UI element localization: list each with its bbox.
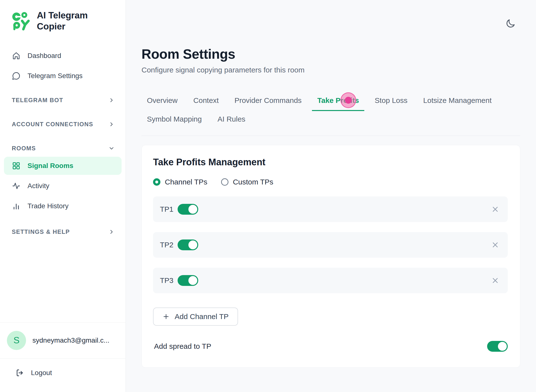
sidebar-item-label: Trade History [28, 202, 69, 210]
user-email: sydneymach3@gmail.c... [32, 336, 109, 344]
sidebar: AI Telegram Copier Dashboard Telegram Se… [0, 0, 126, 392]
grid-icon [12, 161, 21, 170]
toggle-knob [188, 205, 197, 214]
avatar: S [7, 331, 26, 350]
sidebar-section-telegram-bot[interactable]: TELEGRAM BOT [0, 93, 126, 108]
chevron-right-icon [108, 121, 115, 127]
copy-logo-icon [11, 11, 31, 31]
tp-row-2: TP2 [153, 232, 508, 258]
sidebar-section-settings-help[interactable]: SETTINGS & HELP [0, 224, 126, 239]
toggle-knob [188, 276, 197, 285]
tab-symbol-mapping[interactable]: Symbol Mapping [141, 111, 207, 130]
radio-unselected-icon [221, 178, 228, 186]
logout-icon [15, 368, 24, 377]
tp-row-3: TP3 [153, 268, 508, 293]
sidebar-item-dashboard[interactable]: Dashboard [0, 48, 126, 63]
chevron-right-icon [108, 229, 115, 235]
tab-ai-rules[interactable]: AI Rules [212, 111, 251, 130]
section-label: ACCOUNT CONNECTIONS [12, 121, 93, 128]
sidebar-item-label: Telegram Settings [28, 72, 83, 80]
tp-label: TP2 [160, 241, 178, 249]
add-channel-tp-button[interactable]: Add Channel TP [153, 308, 238, 326]
tab-take-profits[interactable]: Take Profits [312, 92, 365, 111]
app-logo: AI Telegram Copier [0, 0, 126, 32]
sidebar-nav: Dashboard Telegram Settings TELEGRAM BOT… [0, 48, 126, 239]
section-label: SETTINGS & HELP [12, 228, 70, 235]
add-spread-toggle[interactable] [487, 341, 508, 352]
tab-lotsize-management[interactable]: Lotsize Management [418, 92, 497, 111]
tab-bar: Overview Context Provider Commands Take … [141, 92, 520, 136]
main-content: Room Settings Configure signal copying p… [126, 0, 536, 392]
tp-label: TP1 [160, 205, 178, 213]
sidebar-section-account-connections[interactable]: ACCOUNT CONNECTIONS [0, 117, 126, 132]
chevron-down-icon [108, 145, 115, 152]
page-title: Room Settings [141, 46, 520, 62]
chevron-right-icon [108, 97, 115, 103]
tp-mode-radio-group: Channel TPs Custom TPs [153, 178, 508, 186]
panel-title: Take Profits Management [153, 157, 508, 168]
tab-stop-loss[interactable]: Stop Loss [369, 92, 413, 111]
sidebar-item-label: Dashboard [28, 52, 61, 60]
moon-icon [505, 18, 516, 29]
sidebar-item-activity[interactable]: Activity [4, 177, 122, 195]
logout-button[interactable]: Logout [15, 368, 126, 377]
app-title: AI Telegram Copier [37, 10, 116, 32]
add-spread-label: Add spread to TP [154, 342, 211, 350]
section-label: ROOMS [12, 145, 36, 152]
tp-row-list: TP1 TP2 TP3 [153, 196, 508, 293]
home-icon [12, 51, 21, 60]
bar-chart-icon [12, 202, 21, 210]
tp-row-1: TP1 [153, 196, 508, 222]
sidebar-item-label: Activity [28, 182, 49, 190]
sidebar-item-signal-rooms[interactable]: Signal Rooms [4, 157, 122, 175]
add-button-label: Add Channel TP [175, 312, 229, 321]
page-subtitle: Configure signal copying parameters for … [141, 66, 520, 74]
logout-block: Logout [0, 358, 126, 392]
sidebar-section-rooms[interactable]: ROOMS [0, 141, 126, 156]
plus-icon [162, 313, 170, 320]
tab-provider-commands[interactable]: Provider Commands [229, 92, 307, 111]
toggle-knob [498, 342, 507, 351]
radio-label: Channel TPs [165, 178, 207, 186]
close-icon[interactable] [491, 205, 499, 213]
user-block[interactable]: S sydneymach3@gmail.c... [0, 322, 126, 358]
radio-channel-tps[interactable]: Channel TPs [153, 178, 207, 186]
tp-label: TP3 [160, 276, 178, 285]
close-icon[interactable] [491, 276, 499, 285]
tab-context[interactable]: Context [188, 92, 224, 111]
sidebar-item-trade-history[interactable]: Trade History [4, 197, 122, 215]
tp2-toggle[interactable] [178, 239, 198, 250]
tp1-toggle[interactable] [178, 204, 198, 215]
chat-icon [12, 71, 21, 80]
add-spread-row: Add spread to TP [153, 341, 508, 352]
radio-custom-tps[interactable]: Custom TPs [221, 178, 273, 186]
sidebar-item-label: Signal Rooms [28, 162, 73, 170]
radio-label: Custom TPs [233, 178, 273, 186]
close-icon[interactable] [491, 241, 499, 249]
logout-label: Logout [31, 369, 52, 377]
tab-overview[interactable]: Overview [141, 92, 183, 111]
dark-mode-toggle[interactable] [505, 18, 516, 29]
tp3-toggle[interactable] [178, 275, 198, 286]
section-label: TELEGRAM BOT [12, 97, 63, 104]
take-profits-panel: Take Profits Management Channel TPs Cust… [141, 145, 520, 368]
radio-selected-icon [153, 178, 160, 186]
activity-icon [12, 182, 21, 190]
sidebar-item-telegram-settings[interactable]: Telegram Settings [0, 68, 126, 84]
toggle-knob [188, 240, 197, 249]
sidebar-spacer [0, 239, 126, 322]
